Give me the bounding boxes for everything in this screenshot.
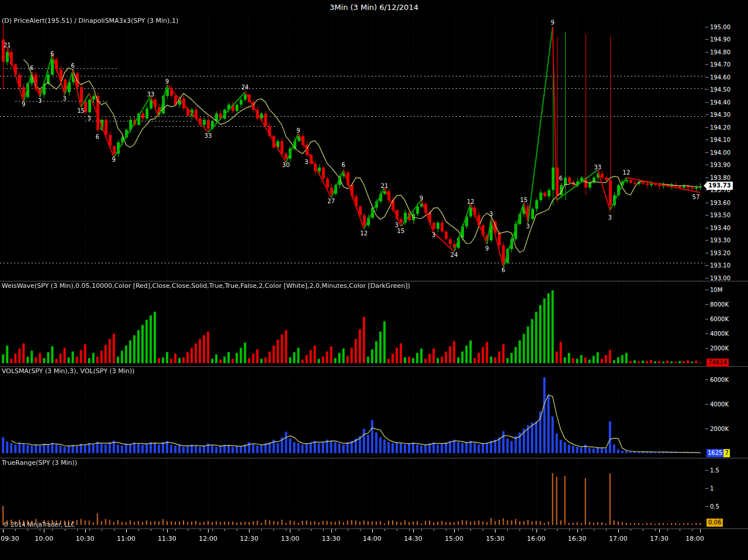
- weiswave-panel-label: WeisWave(SPY (3 Min),0.05,10000,Color [R…: [2, 282, 410, 290]
- volume-last-value-highlight: 7: [723, 449, 729, 457]
- price-panel-label: (D) PriceAlert(195.51) / DinapoliSMA3x3(…: [2, 17, 178, 25]
- weiswave-axis[interactable]: 2000K4000K6000K8000K10M: [705, 281, 748, 366]
- price-last-value-badge: 193.73: [707, 182, 733, 190]
- volume-panel-label: VOLSMA(SPY (3 Min),3), VOL(SPY (3 Min)): [2, 367, 134, 375]
- weiswave-panel: WeisWave(SPY (3 Min),0.05,10000,Color [R…: [0, 281, 748, 367]
- window-title: 3Min (3 Min) 6/12/2014: [0, 0, 748, 16]
- volume-axis[interactable]: 2000K4000K6000K: [705, 367, 748, 458]
- price-axis[interactable]: 195.00194.90194.80194.70194.60194.50194.…: [705, 16, 748, 281]
- price-panel: (D) PriceAlert(195.51) / DinapoliSMA3x3(…: [0, 16, 748, 281]
- weiswave-last-value-badge: 74614: [707, 359, 729, 367]
- truerange-panel: TrueRange(SPY (3 Min)) 0.511.5 0.06: [0, 458, 748, 529]
- truerange-last-value-badge: 0.06: [707, 519, 723, 527]
- volume-last-value: 1625: [707, 449, 723, 457]
- truerange-last-value: 0.06: [708, 519, 721, 526]
- time-axis-canvas[interactable]: [0, 529, 705, 560]
- truerange-axis[interactable]: 0.511.5: [705, 458, 748, 528]
- volume-panel: VOLSMA(SPY (3 Min),3), VOL(SPY (3 Min)) …: [0, 367, 748, 458]
- truerange-panel-label: TrueRange(SPY (3 Min)): [2, 459, 77, 467]
- weiswave-last-value: 74614: [708, 359, 727, 366]
- volume-last-value-badge: 1625 7: [707, 449, 730, 457]
- truerange-canvas[interactable]: [0, 458, 705, 528]
- price-chart-canvas[interactable]: [0, 16, 705, 281]
- volume-canvas[interactable]: [0, 367, 705, 458]
- chart-window: 3Min (3 Min) 6/12/2014 (D) PriceAlert(19…: [0, 0, 748, 560]
- weiswave-canvas[interactable]: [0, 281, 705, 366]
- copyright-label: © 2014 NinjaTrader, LLC: [3, 521, 75, 528]
- time-axis[interactable]: [0, 529, 748, 560]
- price-last-value: 193.73: [708, 182, 731, 189]
